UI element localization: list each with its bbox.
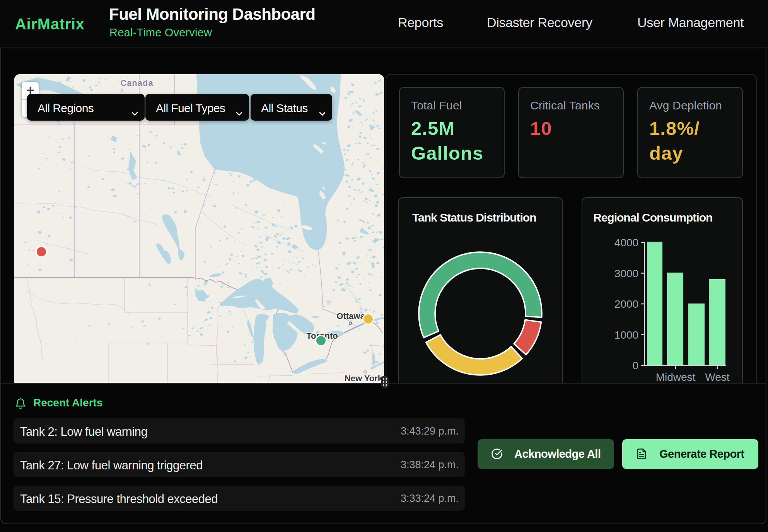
svg-text:Midwest: Midwest — [656, 371, 696, 383]
svg-text:West: West — [705, 371, 729, 383]
svg-text:2000: 2000 — [614, 298, 638, 310]
svg-text:0: 0 — [632, 360, 638, 372]
svg-text:Ottawa: Ottawa — [336, 311, 365, 321]
svg-text:1000: 1000 — [614, 329, 638, 341]
svg-text:4000: 4000 — [614, 237, 638, 249]
svg-text:New York: New York — [345, 373, 383, 383]
svg-text:3000: 3000 — [614, 268, 638, 280]
svg-text:Canada: Canada — [120, 78, 153, 88]
